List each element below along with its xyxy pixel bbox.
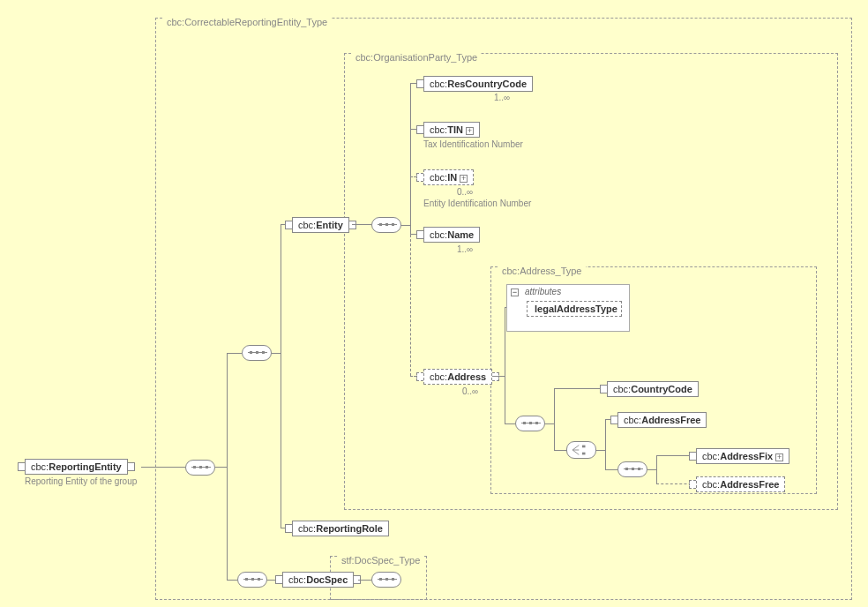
connector [352,224,371,225]
prefix: cbc: [624,415,641,425]
tab [416,372,423,381]
tab [600,385,607,393]
sequence-connector [185,460,215,476]
node-address: cbc:Address [423,369,492,385]
connector [605,469,617,470]
elname: AddressFree [641,415,700,425]
connector [401,225,410,226]
elname: CountryCode [631,384,692,394]
connector [596,450,605,451]
connector [281,224,281,528]
node-addressfix: cbc:AddressFix+ [696,448,789,464]
tab [689,452,696,461]
tab [285,524,292,533]
connector [505,307,505,423]
elname: Name [447,229,474,240]
tab [349,221,356,229]
prefix: cbc: [430,124,447,135]
elname: ReportingRole [316,523,383,534]
node-rescountrycode: cbc:ResCountryCode [423,76,533,92]
group-address-title: cbc:Address_Type [498,266,586,276]
connector [227,580,237,581]
in-desc: Entity Identification Number [423,199,531,208]
node-docspec: cbc:DocSpec [282,572,354,588]
elname: Entity [316,220,343,230]
expand-icon[interactable]: + [775,453,783,461]
sequence-connector [515,416,545,431]
expand-icon[interactable]: + [466,127,474,135]
card-address: 0..∞ [462,386,478,396]
connector [505,423,515,424]
node-tin: cbc:TIN+ [423,122,480,138]
group-docspec-title: stf:DocSpec_Type [338,555,423,566]
connector [492,376,505,377]
connector [605,419,606,470]
tab [610,416,617,424]
prefix: cbc: [702,451,720,461]
connector [545,423,554,424]
elname: AddressFree [720,479,779,490]
reporting-entity-desc: Reporting Entity of the group [25,476,148,486]
sequence-connector [617,461,647,477]
tab [416,173,423,182]
elname: DocSpec [306,574,348,585]
tab [416,125,423,134]
node-reporting-entity: cbc:ReportingEntity [25,459,128,475]
node-name: cbc:Name [423,227,480,243]
node-reporting-role: cbc:ReportingRole [292,521,389,536]
sequence-connector [371,572,401,588]
prefix: cbc: [298,220,316,230]
tin-desc: Tax Identification Number [423,139,523,149]
tab [285,221,292,229]
connector [141,467,185,468]
prefix: cbc: [430,79,447,89]
prefix: cbc: [31,461,49,472]
node-in: cbc:IN+ [423,169,474,185]
connector [647,469,656,470]
node-countrycode: cbc:CountryCode [607,381,699,397]
connector [358,580,371,581]
elname: ReportingEntity [49,461,122,472]
connector-dashed [410,235,411,376]
group-orgparty-title: cbc:OrganisationParty_Type [352,52,481,63]
tab [416,230,423,239]
tab [275,575,282,584]
sequence-connector [242,345,272,361]
elname: ResCountryCode [447,79,527,89]
group-correctable-title: cbc:CorrectableReportingEntity_Type [163,17,331,27]
attributes-box: − attributes legalAddressType [506,284,630,332]
connector [227,353,228,581]
connector [215,467,227,468]
node-addressfree-2: cbc:AddressFree [696,476,785,492]
connector [554,388,555,450]
connector [554,388,607,389]
tab [689,480,696,489]
elname: TIN [447,124,463,135]
connector [227,353,242,354]
collapse-icon[interactable]: − [511,289,519,296]
card-name: 1..∞ [457,244,473,254]
prefix: cbc: [298,523,316,534]
prefix: cbc: [702,479,720,490]
card-in: 0..∞ [457,187,473,197]
tab [492,372,499,381]
tab [18,462,25,471]
connector [554,450,566,451]
expand-icon[interactable]: + [460,175,468,183]
svg-rect-0 [582,446,586,448]
connector [505,307,506,308]
node-entity: cbc:Entity [292,217,349,233]
elname: AddressFix [720,451,773,461]
sequence-connector [237,572,267,588]
attributes-label: attributes [525,287,561,296]
prefix: cbc: [430,229,447,240]
connector [656,455,657,483]
elname: Address [447,371,486,382]
sequence-connector [371,217,401,233]
choice-connector [566,441,596,459]
prefix: cbc: [430,172,447,183]
prefix: cbc: [613,384,631,394]
card-rescountry: 1..∞ [494,93,510,102]
tab [128,462,135,471]
prefix: cbc: [288,574,306,585]
